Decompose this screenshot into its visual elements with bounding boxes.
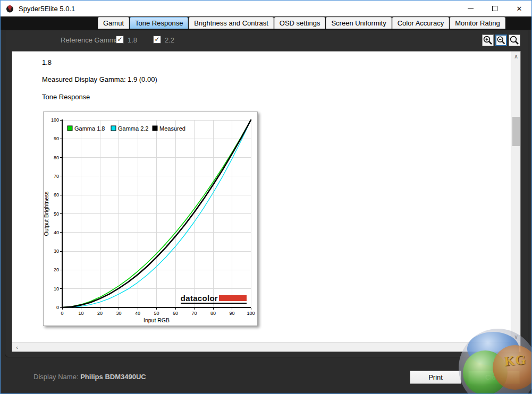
svg-text:100: 100 [247,311,255,316]
spyder-app-icon: S [5,4,14,13]
svg-text:60: 60 [54,192,59,198]
app-window: S Spyder5Elite 5.0.1 ✕ Gamut Tone Respon… [0,0,532,394]
close-window-button[interactable]: ✕ [507,1,531,16]
svg-text:30: 30 [54,249,59,254]
svg-text:S: S [9,7,11,12]
svg-text:Gamma 1.8: Gamma 1.8 [74,125,105,132]
section-title: Tone Response [42,93,90,101]
tab-gamut[interactable]: Gamut [98,17,129,29]
svg-text:70: 70 [191,311,197,316]
display-name-value: Philips BDM3490UC [80,373,146,381]
window-controls: ✕ [458,1,531,16]
close-icon: ✕ [517,5,522,12]
zoom-button-group [482,35,520,46]
close-button[interactable]: Close [468,371,520,384]
tab-screen-uniformity[interactable]: Screen Uniformity [326,17,391,29]
display-name: Display Name: Philips BDM3490UC [33,373,146,381]
tab-bar: Gamut Tone Response Brightness and Contr… [1,16,531,30]
gamma-1-8-checkbox[interactable]: ✓ [116,36,124,44]
svg-text:Input RGB: Input RGB [143,317,170,323]
scroll-right-arrow[interactable]: › [501,342,510,352]
gamma-1-8-checkbox-label: 1.8 [128,36,137,44]
svg-text:0: 0 [56,305,59,310]
print-button[interactable]: Print [410,371,461,384]
svg-text:Output Brightness: Output Brightness [44,191,49,236]
gamma-value-text: 1.8 [42,58,52,66]
horizontal-scrollbar[interactable]: ‹ › [12,342,510,352]
gamma-2-2-checkbox[interactable]: ✓ [153,36,161,44]
svg-text:Measured: Measured [159,125,185,132]
svg-text:0: 0 [61,311,63,316]
datacolor-logo-text: datacolor [181,294,218,302]
svg-text:30: 30 [116,311,121,316]
tab-brightness-and-contrast[interactable]: Brightness and Contrast [189,17,273,29]
window-title: Spyder5Elite 5.0.1 [19,5,75,13]
svg-text:20: 20 [54,267,59,272]
zoom-reset-button[interactable] [509,35,520,46]
tab-osd-settings[interactable]: OSD settings [274,17,326,29]
tab-color-accuracy[interactable]: Color Accuracy [392,17,449,29]
svg-text:50: 50 [54,211,59,217]
svg-text:40: 40 [54,230,59,235]
svg-text:90: 90 [229,311,234,316]
svg-text:70: 70 [54,174,59,179]
scroll-down-arrow[interactable]: ∨ [511,332,521,341]
svg-text:10: 10 [78,311,83,316]
maximize-button[interactable] [483,1,507,16]
minimize-button[interactable] [458,1,483,16]
svg-text:40: 40 [135,311,140,316]
measured-gamma-text: Measured Display Gamma: 1.9 (0.00) [42,75,157,83]
zoom-in-icon [483,35,493,46]
tab-monitor-rating[interactable]: Monitor Rating [450,17,505,29]
report-page: 1.8 Measured Display Gamma: 1.9 (0.00) T… [12,52,510,341]
zoom-reset-icon [509,35,520,46]
zoom-in-button[interactable] [482,35,494,46]
gamma-2-2-checkbox-label: 2.2 [165,36,174,44]
document-viewport: 1.8 Measured Display Gamma: 1.9 (0.00) T… [12,51,521,352]
svg-text:80: 80 [210,311,216,316]
svg-text:Gamma 2.2: Gamma 2.2 [118,125,148,132]
scroll-up-arrow[interactable]: ∧ [511,52,521,61]
vertical-scrollbar-thumb[interactable] [512,117,520,146]
svg-text:10: 10 [54,286,59,292]
svg-text:80: 80 [54,155,59,160]
scroll-left-arrow[interactable]: ‹ [12,342,22,352]
datacolor-logo-bar [219,295,247,301]
reference-gamma-toolbar: Reference Gamma: ✓ 1.8 ✓ 2.2 [5,30,528,50]
display-name-label: Display Name: [33,373,79,381]
svg-text:90: 90 [54,136,59,141]
maximize-icon [492,6,497,11]
main-panel: Reference Gamma: ✓ 1.8 ✓ 2.2 [5,30,528,357]
svg-text:60: 60 [173,311,178,316]
tab-tone-response[interactable]: Tone Response [130,17,188,29]
title-bar: S Spyder5Elite 5.0.1 ✕ [1,1,531,16]
svg-text:100: 100 [51,117,59,123]
reference-gamma-label: Reference Gamma: [61,36,121,44]
svg-text:50: 50 [154,311,159,316]
minimize-icon [468,8,474,9]
vertical-scrollbar[interactable]: ∧ ∨ [511,52,520,341]
svg-text:20: 20 [97,311,103,316]
zoom-out-icon [496,35,506,46]
scrollbar-corner [511,342,520,352]
datacolor-logo: datacolor [181,294,247,304]
tone-response-chart: 0102030405060708090100010203040506070809… [43,112,258,326]
zoom-out-button[interactable] [495,35,507,46]
